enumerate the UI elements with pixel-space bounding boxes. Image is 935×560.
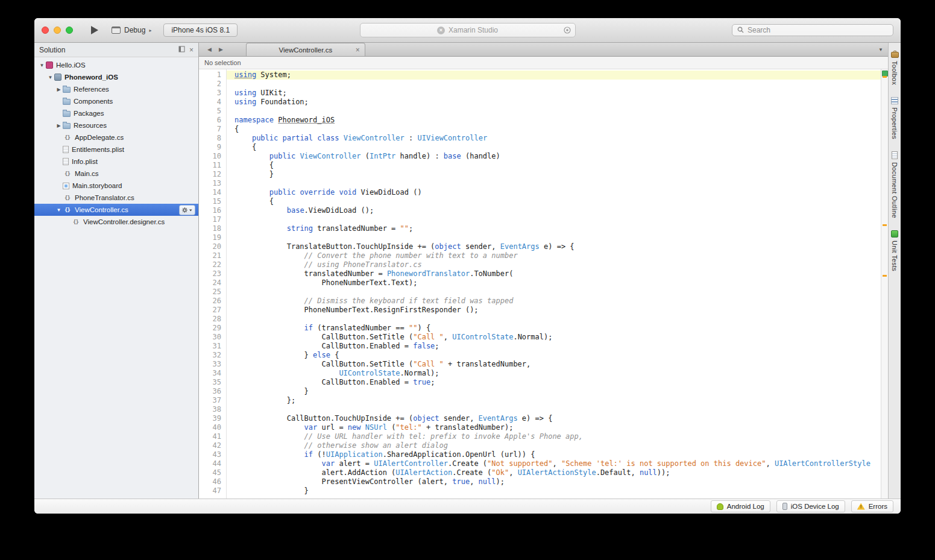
- tree-item-main-cs[interactable]: {}Main.cs: [34, 168, 198, 180]
- android-log-button[interactable]: Android Log: [711, 500, 770, 512]
- tree-item-phoneword-ios[interactable]: ▼Phoneword_iOS: [34, 71, 198, 83]
- code-line-24[interactable]: PhoneNumberText.Text);: [235, 278, 881, 288]
- code-line-8[interactable]: public partial class ViewController : UI…: [235, 134, 881, 143]
- disclosure-triangle[interactable]: ▶: [55, 123, 63, 128]
- tree-item-resources[interactable]: ▶Resources: [34, 119, 198, 131]
- code-line-44[interactable]: var alert = UIAlertController.Create ("N…: [235, 459, 881, 468]
- code-line-1[interactable]: using System;: [227, 71, 881, 80]
- code-line-41[interactable]: // Use URL handler with tel: prefix to i…: [235, 432, 881, 441]
- task-marker[interactable]: [883, 76, 887, 78]
- code-line-35[interactable]: CallButton.Enabled = true;: [235, 378, 881, 387]
- disclosure-triangle[interactable]: ▼: [38, 63, 46, 68]
- tree-item-viewcontroller-designer-cs[interactable]: {}ViewController.designer.cs: [34, 216, 198, 228]
- close-pad-icon[interactable]: ×: [189, 46, 194, 54]
- line-number: 39: [199, 414, 221, 423]
- code-line-43[interactable]: if (!UIApplication.SharedApplication.Ope…: [235, 450, 881, 459]
- code-line-36[interactable]: }: [235, 387, 881, 396]
- build-configuration-selector[interactable]: Debug ▸: [112, 26, 151, 34]
- navigate-forward-button[interactable]: ▶: [215, 46, 227, 52]
- navigate-back-button[interactable]: ◀: [204, 46, 215, 52]
- tree-item-references[interactable]: ▶References: [34, 83, 198, 95]
- code-line-40[interactable]: var url = new NSUrl ("tel:" + translated…: [235, 423, 881, 432]
- code-line-13[interactable]: [235, 179, 881, 188]
- tree-item-packages[interactable]: Packages: [34, 107, 198, 119]
- dock-tab-unit-tests[interactable]: Unit Tests: [891, 230, 898, 271]
- window-titlebar[interactable]: Debug ▸ iPhone 4s iOS 8.1 × Xamarin Stud…: [34, 18, 901, 43]
- code-line-6[interactable]: namespace Phoneword_iOS: [235, 116, 881, 125]
- tree-item-main-storyboard[interactable]: Main.storyboard: [34, 180, 198, 192]
- code-line-5[interactable]: [235, 107, 881, 116]
- line-number-gutter: 1234567891011121314151617181920212223242…: [199, 69, 227, 499]
- code-line-12[interactable]: }: [235, 170, 881, 179]
- tab-viewcontroller-cs[interactable]: ViewController.cs ×: [246, 43, 365, 56]
- update-indicator-icon[interactable]: [564, 27, 571, 34]
- code-line-27[interactable]: PhoneNumberText.ResignFirstResponder ();: [235, 306, 881, 315]
- tree-item-label: PhoneTranslator.cs: [75, 194, 134, 201]
- tree-item-components[interactable]: Components: [34, 95, 198, 107]
- code-editor[interactable]: 1234567891011121314151617181920212223242…: [199, 69, 888, 499]
- item-options-gear-button[interactable]: [179, 205, 195, 215]
- code-line-28[interactable]: [235, 315, 881, 324]
- dock-pad-icon[interactable]: [178, 46, 185, 54]
- search-input[interactable]: Search: [732, 24, 893, 36]
- run-button[interactable]: [91, 26, 98, 34]
- dock-tab-properties[interactable]: Properties: [891, 97, 898, 139]
- task-marker[interactable]: [883, 224, 887, 226]
- code-line-20[interactable]: TranslateButton.TouchUpInside += (object…: [235, 242, 881, 251]
- tree-item-hello-ios[interactable]: ▼Hello.iOS: [34, 59, 198, 71]
- dock-tab-toolbox[interactable]: Toolbox: [891, 50, 899, 85]
- code-line-7[interactable]: {: [235, 125, 881, 134]
- code-content[interactable]: using System;using UIKit;using Foundatio…: [227, 69, 888, 499]
- code-line-33[interactable]: CallButton.SetTitle ("Call " + translate…: [235, 360, 881, 369]
- code-line-38[interactable]: [235, 405, 881, 414]
- code-line-42[interactable]: // otherwise show an alert dialog: [235, 441, 881, 450]
- errors-button[interactable]: !Errors: [851, 500, 893, 512]
- code-line-22[interactable]: // using PhoneTranslator.cs: [235, 260, 881, 269]
- code-line-10[interactable]: public ViewController (IntPtr handle) : …: [235, 152, 881, 161]
- ios-device-log-button[interactable]: iOS Device Log: [776, 500, 845, 512]
- dock-tab-document-outline[interactable]: Document Outline: [891, 151, 898, 218]
- code-line-25[interactable]: [235, 288, 881, 297]
- code-line-37[interactable]: };: [235, 396, 881, 405]
- tree-item-viewcontroller-cs[interactable]: ▼{}ViewController.cs: [34, 204, 198, 216]
- bottom-button-label: Errors: [869, 503, 887, 510]
- fullscreen-window-button[interactable]: [66, 27, 73, 34]
- device-selector[interactable]: iPhone 4s iOS 8.1: [163, 24, 238, 37]
- code-line-4[interactable]: using Foundation;: [235, 98, 881, 107]
- code-line-14[interactable]: public override void ViewDidLoad (): [235, 188, 881, 197]
- tab-overflow-dropdown[interactable]: ▼: [878, 47, 883, 52]
- close-window-button[interactable]: [42, 27, 49, 34]
- task-marker[interactable]: [883, 275, 887, 277]
- tab-close-button[interactable]: ×: [356, 46, 360, 54]
- tree-item-info-plist[interactable]: Info.plist: [34, 156, 198, 168]
- code-line-17[interactable]: [235, 215, 881, 224]
- code-line-39[interactable]: CallButton.TouchUpInside += (object send…: [235, 414, 881, 423]
- code-line-16[interactable]: base.ViewDidLoad ();: [235, 206, 881, 215]
- code-line-34[interactable]: UIControlState.Normal);: [235, 369, 881, 378]
- code-line-3[interactable]: using UIKit;: [235, 89, 881, 98]
- code-line-9[interactable]: {: [235, 143, 881, 152]
- tree-item-phonetranslator-cs[interactable]: {}PhoneTranslator.cs: [34, 192, 198, 204]
- code-line-26[interactable]: // Dismiss the keyboard if text field wa…: [235, 297, 881, 306]
- disclosure-triangle[interactable]: ▼: [46, 75, 54, 80]
- code-line-32[interactable]: } else {: [235, 351, 881, 360]
- code-line-23[interactable]: translatedNumber = PhonewordTranslator.T…: [235, 269, 881, 278]
- code-line-29[interactable]: if (translatedNumber == "") {: [235, 324, 881, 333]
- code-line-2[interactable]: [235, 80, 881, 89]
- disclosure-triangle[interactable]: ▶: [55, 87, 63, 92]
- code-line-31[interactable]: CallButton.Enabled = false;: [235, 342, 881, 351]
- code-line-46[interactable]: PresentViewController (alert, true, null…: [235, 477, 881, 486]
- code-line-21[interactable]: // Convert the phone number with text to…: [235, 251, 881, 260]
- code-line-45[interactable]: alert.AddAction (UIAlertAction.Create ("…: [235, 468, 881, 477]
- code-line-19[interactable]: [235, 233, 881, 242]
- tree-item-appdelegate-cs[interactable]: {}AppDelegate.cs: [34, 131, 198, 143]
- code-line-11[interactable]: {: [235, 161, 881, 170]
- disclosure-triangle[interactable]: ▼: [55, 207, 63, 213]
- code-line-18[interactable]: string translatedNumber = "";: [235, 224, 881, 233]
- minimize-window-button[interactable]: [54, 27, 61, 34]
- quick-task-strip[interactable]: [881, 69, 888, 499]
- code-line-30[interactable]: CallButton.SetTitle ("Call ", UIControlS…: [235, 333, 881, 342]
- code-line-15[interactable]: {: [235, 197, 881, 206]
- tree-item-entitlements-plist[interactable]: Entitlements.plist: [34, 143, 198, 156]
- code-line-47[interactable]: }: [235, 486, 881, 496]
